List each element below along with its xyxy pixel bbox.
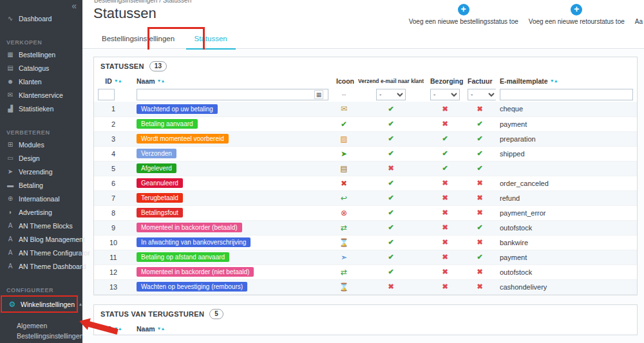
sidebar-item[interactable]: ▬ Betaling [0, 178, 82, 192]
name-filter-input[interactable] [137, 89, 328, 100]
sidebar-item[interactable]: ➤ Verzending [0, 165, 82, 178]
sort-icon[interactable]: ▼▲ [157, 326, 165, 331]
status-icon: ✖ [341, 179, 347, 188]
table-row[interactable]: 12 Momenteel in backorder (niet betaald)… [94, 264, 637, 279]
sidebar-item[interactable]: ▟ Statistieken [0, 102, 82, 115]
tab-bestellingsinstellingen[interactable]: Bestellingsinstellingen [93, 29, 183, 48]
column-header-naam[interactable]: Naam▼▲ [133, 323, 637, 335]
sidebar-item-icon: ▟ [6, 105, 14, 112]
delivery-filter-select[interactable]: - [430, 89, 460, 100]
sidebar-item[interactable]: A AN Theme Dashboard [0, 259, 82, 273]
sidebar-subitem[interactable]: Bestellingsinstellingen [0, 331, 82, 341]
sidebar-subitem[interactable]: Algemeen [0, 320, 82, 331]
sidebar-item[interactable]: ▦ Bestellingen [0, 48, 82, 61]
table-row[interactable]: 13 Wachten op bevestiging (rembours) ⌛ ✖… [94, 279, 637, 294]
action-label: Voeg een nieuwe bestellingsstatus toe [409, 18, 518, 25]
table-row[interactable]: 6 Geannuleerd ✖ ✔ ✖ ✖ order_canceled [94, 176, 637, 190]
invoice-mark: ✔ [464, 220, 496, 235]
invoice-mark: ✖ [464, 264, 496, 279]
status-id: 7 [94, 190, 133, 205]
table-row[interactable]: 8 Betalingsfout ⊗ ✔ ✖ ✖ payment_error [94, 205, 637, 220]
delivery-mark: ✖ [426, 190, 464, 205]
panel-header: STATUSSEN 13 [94, 57, 637, 75]
sidebar-item-label: Bestellingen [19, 51, 55, 59]
page-title: Statussen [93, 5, 156, 22]
sidebar-item-label: Betaling [19, 181, 43, 189]
sidebar-item-winkelinstellingen[interactable]: ⚙ Winkelinstellingen ▴ [2, 297, 77, 311]
email-mark: ✔ [355, 116, 426, 131]
template-filter-input[interactable] [500, 89, 633, 100]
sidebar-subitem-label: Bestellingsinstellingen [17, 332, 83, 340]
action-label: Voeg een nieuwe retourstatus toe [529, 18, 625, 25]
section-title: VERBETEREN [0, 115, 82, 138]
table-row[interactable]: 4 Verzonden ➤ ✔ ✔ ✔ shipped [94, 146, 637, 161]
list-icon[interactable]: ▦ [314, 90, 323, 99]
sidebar-section-verkopen: VERKOPEN ▦ Bestellingen ▤ Catalogus ☻ Kl… [0, 25, 82, 115]
column-label: Naam [137, 325, 155, 333]
sidebar-item-dashboard[interactable]: ∿ Dashboard [0, 12, 82, 25]
table-row[interactable]: 10 In afwachting van bankoverschrijving … [94, 235, 637, 250]
main-content: Bestellingsinstellingen / Statussen Stat… [82, 0, 644, 343]
column-label: Naam [137, 77, 155, 85]
invoice-mark: ✔ [464, 161, 496, 176]
sidebar-item-label: Statistieken [19, 105, 53, 113]
sort-icon[interactable]: ▼▲ [114, 79, 122, 83]
breadcrumb[interactable]: Bestellingsinstellingen / Statussen [94, 0, 191, 4]
delivery-mark: ✖ [426, 264, 464, 279]
tab-statussen[interactable]: Statussen [186, 29, 236, 50]
invoice-filter-select[interactable]: - [468, 89, 496, 100]
sidebar-item[interactable]: A AN Blog Management [0, 232, 82, 246]
sort-icon[interactable]: ▼▲ [157, 79, 165, 83]
status-badge: Betaling aanvaard [137, 119, 198, 129]
table-row[interactable]: 5 Afgeleverd ▤ ✖ ✔ ✔ [94, 161, 637, 176]
sidebar-item[interactable]: A AN Theme Blocks [0, 219, 82, 232]
status-badge: Wachten op bevestiging (rembours) [137, 282, 247, 292]
delivery-mark: ✖ [426, 279, 464, 294]
sidebar-item[interactable]: A AN Theme Configurator [0, 246, 82, 259]
table-row[interactable]: 11 Betaling op afstand aanvaard ➣ ✔ ✖ ✔ … [94, 250, 637, 264]
add-order-status-button[interactable]: + Voeg een nieuwe bestellingsstatus toe [409, 4, 518, 25]
status-id: 3 [94, 131, 133, 146]
add-return-status-button[interactable]: + Voeg een nieuwe retourstatus toe [529, 4, 625, 25]
sidebar-item[interactable]: ▤ Catalogus [0, 61, 82, 75]
email-template: cheque [496, 102, 637, 116]
status-icon: ▨ [340, 134, 347, 144]
column-label: E-mailtemplate [500, 77, 548, 85]
table-row[interactable]: 3 Wordt momenteel voorbereid ▨ ✔ ✔ ✔ pre… [94, 131, 637, 146]
status-icon: ✔ [341, 120, 347, 129]
sidebar-item-icon: ⊕ [6, 195, 14, 202]
delivery-mark: ✖ [426, 176, 464, 190]
sidebar-item-icon: A [6, 222, 14, 229]
column-header-naam[interactable]: Naam▼▲ [133, 75, 332, 87]
status-id: 12 [94, 264, 133, 279]
header-actions: + Voeg een nieuwe bestellingsstatus toe … [399, 4, 643, 25]
invoice-mark: ✖ [464, 279, 496, 294]
sidebar-item[interactable]: ✉ Klantenservice [0, 88, 82, 102]
id-filter-input[interactable] [98, 89, 115, 100]
sidebar-item[interactable]: ▭ Design [0, 151, 82, 165]
sidebar-item[interactable]: ☻ Klanten [0, 75, 82, 88]
status-id: 6 [94, 176, 133, 190]
table-row[interactable]: 1 Wachtend op uw betaling ✉ ✔ ✖ ✖ cheque [94, 102, 637, 116]
column-header-id[interactable]: ID▼▲ [94, 75, 133, 87]
table-row[interactable]: 2 Betaling aanvaard ✔ ✔ ✖ ✔ payment [94, 116, 637, 131]
sidebar-section-configureer: CONFIGUREER ⚙ Winkelinstellingen ▴ Algem… [0, 273, 82, 343]
email-filter-select[interactable]: - [376, 89, 406, 100]
status-id: 9 [94, 220, 133, 235]
table-row[interactable]: 7 Terugbetaald ↩ ✔ ✖ ✖ refund [94, 190, 637, 205]
section-title: VERKOPEN [0, 25, 82, 48]
table-row[interactable]: 9 Momenteel in backorder (betaald) ⇄ ✔ ✖… [94, 220, 637, 235]
email-mark: ✔ [355, 102, 426, 116]
sidebar-item[interactable]: ⊕ Internationaal [0, 192, 82, 205]
invoice-mark: ✖ [464, 205, 496, 220]
column-header-emailtemplate[interactable]: E-mailtemplate▼▲ [496, 75, 637, 87]
sidebar-item[interactable]: ⊞ Modules [0, 138, 82, 151]
sidebar-item[interactable]: ◗ Advertising [0, 205, 82, 219]
invoice-mark: ✔ [464, 146, 496, 161]
status-icon: ⌛ [339, 283, 349, 292]
sort-icon[interactable]: ▼▲ [550, 79, 558, 83]
sidebar-item-icon: ✉ [6, 91, 14, 98]
delivery-mark: ✔ [426, 131, 464, 146]
email-mark: ✔ [355, 205, 426, 220]
sidebar-collapse-icon[interactable]: « [0, 0, 82, 12]
